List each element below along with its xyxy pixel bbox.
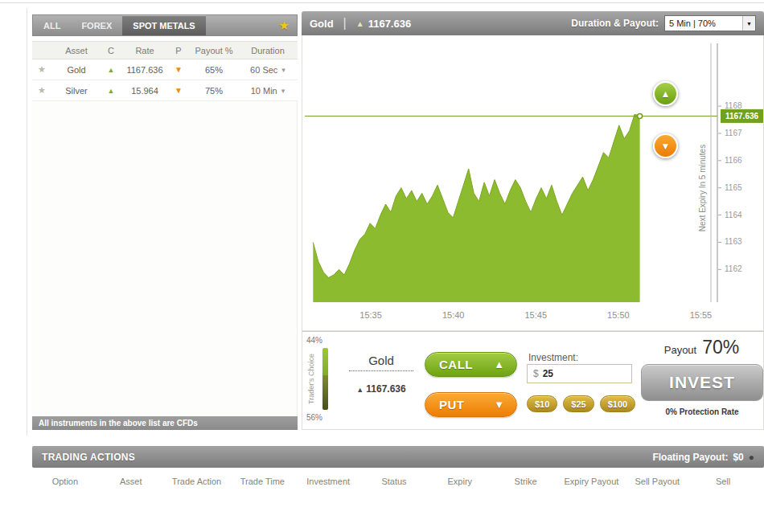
protection-rate-note: 0% Protection Rate <box>641 407 763 416</box>
change-up-icon: ▲ <box>101 66 121 74</box>
favorite-star-icon[interactable]: ★ <box>32 85 51 96</box>
x-axis-label: 15:55 <box>690 310 713 320</box>
payout-label: Payout <box>664 344 696 356</box>
duration-value: 10 Min <box>251 86 277 96</box>
chart-price: 1167.636 <box>368 18 412 30</box>
current-price-badge-label: 1167.636 <box>725 112 759 121</box>
investment-input[interactable] <box>543 368 615 379</box>
column-change: C <box>101 46 121 55</box>
x-axis-label: 15:35 <box>359 310 382 320</box>
asset-list-empty-area <box>32 101 298 416</box>
y-axis-label: 1167 <box>725 129 742 137</box>
tab-forex[interactable]: FOREX <box>71 15 122 35</box>
y-axis-label: 1165 <box>725 183 742 192</box>
y-axis: 1168116711661165116411631162 <box>718 101 742 273</box>
asset-payout: 75% <box>188 86 240 96</box>
chevron-down-icon: ▾ <box>281 87 285 95</box>
current-price-marker <box>638 113 643 118</box>
expiry-marker: Next Expiry In 5 minutes <box>698 43 717 302</box>
trade-ticket: 44% Trader's Choice 56% Gold ▲1167.636 C… <box>302 331 764 430</box>
asset-payout: 65% <box>188 65 240 75</box>
investment-label: Investment: <box>528 352 578 363</box>
chart-header: Gold | ▲ 1167.636 Duration & Payout: 5 M… <box>302 11 764 35</box>
down-triangle-icon: ▼ <box>661 141 671 152</box>
trading-actions-title: TRADING ACTIONS <box>42 452 135 463</box>
traders-choice-bar <box>322 348 328 410</box>
quick-amount-10-button[interactable]: $10 <box>527 395 557 412</box>
call-button[interactable]: CALL ▲ <box>425 352 517 377</box>
quick-amount-25-button[interactable]: $25 <box>563 395 594 412</box>
duration-select[interactable]: 10 Min ▾ <box>240 86 296 96</box>
column-expiry: Expiry <box>427 477 493 486</box>
duration-payout-label: Duration & Payout: <box>571 18 659 29</box>
x-axis-label: 15:40 <box>442 310 465 320</box>
invest-button[interactable]: INVEST <box>641 364 763 401</box>
asset-name: Gold <box>51 65 101 75</box>
column-option: Option <box>32 477 98 486</box>
down-triangle-icon: ▼ <box>494 399 504 411</box>
currency-symbol: $ <box>533 368 539 379</box>
asset-rate: 15.964 <box>121 86 169 96</box>
chart-call-button[interactable]: ▲ <box>653 81 678 106</box>
price-chart: 1168116711661165116411631162 15:3515:401… <box>302 35 763 331</box>
chart-put-button[interactable]: ▼ <box>653 133 678 158</box>
trade-price-value: 1167.636 <box>366 383 405 395</box>
asset-row-silver[interactable]: ★ Silver ▲ 15.964 ▼ 75% 10 Min ▾ <box>32 80 298 101</box>
y-axis-label: 1164 <box>725 211 742 219</box>
tab-spot-metals[interactable]: SPOT METALS <box>122 15 205 35</box>
column-strike: Strike <box>493 477 559 486</box>
favorites-star-icon[interactable]: ★ <box>279 18 290 33</box>
y-axis-label: 1168 <box>725 101 742 110</box>
separator: | <box>343 16 347 31</box>
traders-choice-call-pct: 44% <box>306 336 322 345</box>
put-button[interactable]: PUT ▼ <box>425 392 517 417</box>
column-sell-payout: Sell Payout <box>624 477 690 486</box>
x-axis-label: 15:50 <box>607 310 630 320</box>
column-payout: Payout % <box>188 46 240 55</box>
select-arrow-icon: ▼ <box>742 16 755 31</box>
column-trade-time: Trade Time <box>229 477 295 486</box>
left-edge-divider <box>27 8 27 436</box>
asset-name: Silver <box>51 86 101 96</box>
chevron-down-icon: ▾ <box>281 66 285 74</box>
floating-payout-value: $0 <box>733 452 743 463</box>
duration-payout-select[interactable]: 5 Min | 70% ▼ <box>664 15 756 31</box>
floating-payout-label: Floating Payout: <box>652 452 728 463</box>
cfd-disclaimer: All instruments in the above list are CF… <box>32 416 298 430</box>
asset-row-gold[interactable]: ★ Gold ▲ 1167.636 ▼ 65% 60 Sec ▾ <box>32 59 298 80</box>
top-divider <box>0 2 764 3</box>
investment-field[interactable]: $ <box>527 364 632 383</box>
column-expiry-payout: Expiry Payout <box>559 477 625 486</box>
expiry-label: Next Expiry In 5 minutes <box>698 145 707 231</box>
floating-payout: Floating Payout: $0 ● <box>652 452 754 463</box>
payout-down-icon: ▼ <box>169 86 188 95</box>
payout-down-icon: ▼ <box>169 65 188 74</box>
y-axis-label: 1162 <box>725 264 742 273</box>
quick-amount-100-button[interactable]: $100 <box>600 395 635 412</box>
chart-asset-name: Gold <box>310 18 334 30</box>
price-area <box>313 114 639 302</box>
payout-value: 70% <box>702 337 739 358</box>
column-rate: Rate <box>121 46 169 55</box>
tab-all[interactable]: ALL <box>33 15 71 35</box>
payout-display: Payout 70% <box>640 337 763 358</box>
duration-select[interactable]: 60 Sec ▾ <box>240 65 296 75</box>
favorite-star-icon[interactable]: ★ <box>32 64 51 75</box>
trade-asset-name: Gold <box>349 354 413 371</box>
collapse-panel-icon[interactable]: ● <box>749 452 754 463</box>
duration-value: 60 Sec <box>250 65 277 75</box>
up-triangle-icon: ▲ <box>494 358 504 370</box>
chart-area: 1168116711661165116411631162 15:3515:401… <box>302 35 764 331</box>
trade-asset-price: ▲1167.636 <box>343 383 420 395</box>
column-p: P <box>169 46 188 55</box>
asset-tabs: ALL FOREX SPOT METALS ★ <box>32 14 298 36</box>
asset-rate: 1167.636 <box>121 65 169 75</box>
trading-actions-columns: Option Asset Trade Action Trade Time Inv… <box>32 477 756 486</box>
column-sell: Sell <box>690 477 756 486</box>
column-investment: Investment <box>295 477 361 486</box>
chart-panel: Gold | ▲ 1167.636 Duration & Payout: 5 M… <box>302 11 764 430</box>
x-axis-label: 15:45 <box>525 310 548 320</box>
column-status: Status <box>361 477 427 486</box>
trading-platform: ALL FOREX SPOT METALS ★ Asset C Rate P P… <box>0 0 764 532</box>
column-asset: Asset <box>98 477 164 486</box>
